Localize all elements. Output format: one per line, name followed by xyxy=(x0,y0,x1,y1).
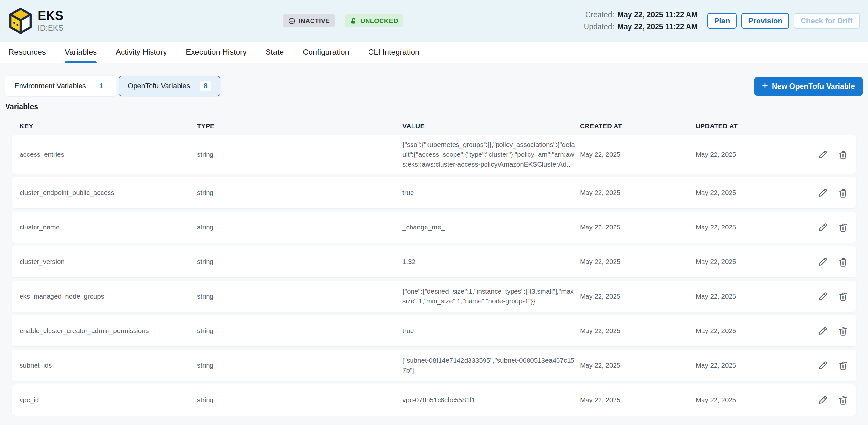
tab-variables[interactable]: Variables xyxy=(65,42,97,63)
cell-key: access_entries xyxy=(20,150,197,159)
delete-variable-button[interactable] xyxy=(837,394,848,405)
tab-execution-history[interactable]: Execution History xyxy=(186,42,247,63)
edit-variable-button[interactable] xyxy=(817,222,828,233)
delete-variable-button[interactable] xyxy=(837,187,848,198)
workspace-title: EKS xyxy=(38,9,64,23)
trash-icon xyxy=(837,394,848,405)
status-badges: INACTIVE UNLOCKED xyxy=(283,14,403,27)
status-badge-label: UNLOCKED xyxy=(360,17,398,25)
tab-state[interactable]: State xyxy=(266,42,284,63)
pencil-icon xyxy=(817,222,828,233)
row-actions xyxy=(800,222,848,233)
badge-divider xyxy=(340,16,340,26)
tab-activity-history[interactable]: Activity History xyxy=(116,42,167,63)
edit-variable-button[interactable] xyxy=(817,149,828,160)
variable-row-cluster-version: cluster_versionstring1.32May 22, 2025May… xyxy=(12,246,856,277)
edit-variable-button[interactable] xyxy=(817,360,828,371)
cell-type: string xyxy=(197,257,402,267)
cell-type: string xyxy=(197,326,402,336)
cell-created: May 22, 2025 xyxy=(580,292,695,301)
cell-value: 1.32 xyxy=(402,257,580,267)
updated-value: May 22, 2025 11:22 AM xyxy=(617,23,698,31)
cell-type: string xyxy=(197,292,402,301)
variables-table: KEYTYPEVALUECREATED ATUPDATED AT access_… xyxy=(12,123,856,416)
check-for-drift-button[interactable]: Check for Drift xyxy=(794,13,860,29)
subtab-opentofu-variables[interactable]: OpenTofu Variables8 xyxy=(119,75,220,96)
cell-value: {"one":{"desired_size":1,"instance_types… xyxy=(402,286,580,306)
tab-resources[interactable]: Resources xyxy=(8,42,46,63)
timestamps: Created: May 22, 2025 11:22 AM Updated: … xyxy=(584,10,698,31)
cell-type: string xyxy=(197,395,402,405)
cell-key: cluster_version xyxy=(20,257,197,267)
delete-variable-button[interactable] xyxy=(837,222,848,233)
plan-button[interactable]: Plan xyxy=(707,13,737,29)
cell-updated: May 22, 2025 xyxy=(695,150,800,159)
tab-cli-integration[interactable]: CLI Integration xyxy=(368,42,419,63)
row-actions xyxy=(800,291,848,302)
status-badge-inactive: INACTIVE xyxy=(283,14,335,27)
variables-toolbar: Environment Variables1OpenTofu Variables… xyxy=(5,75,863,96)
workspace-id: ID:EKS xyxy=(38,23,64,33)
cell-updated: May 22, 2025 xyxy=(695,395,800,405)
minus-circle-icon xyxy=(288,17,296,25)
edit-variable-button[interactable] xyxy=(817,394,828,405)
variable-row-access-entries: access_entriesstring{"sso":{"kubernetes_… xyxy=(12,135,856,174)
cell-created: May 22, 2025 xyxy=(580,188,695,198)
updated-label: Updated: xyxy=(584,23,614,31)
delete-variable-button[interactable] xyxy=(837,291,848,302)
cell-updated: May 22, 2025 xyxy=(695,257,800,267)
row-actions xyxy=(800,394,848,405)
new-opentofu-variable-button[interactable]: + New OpenTofu Variable xyxy=(754,77,863,96)
pencil-icon xyxy=(817,187,828,198)
cell-created: May 22, 2025 xyxy=(580,395,695,405)
pencil-icon xyxy=(817,325,828,336)
cell-value: vpc-078b51c6cbc5581f1 xyxy=(402,395,580,405)
subtab-count-badge: 8 xyxy=(200,81,211,91)
delete-variable-button[interactable] xyxy=(837,325,848,336)
delete-variable-button[interactable] xyxy=(837,256,848,267)
variable-row-vpc-id: vpc_idstringvpc-078b51c6cbc5581f1May 22,… xyxy=(12,384,856,416)
cell-key: cluster_endpoint_public_access xyxy=(20,188,197,198)
column-header-created-at: CREATED AT xyxy=(580,123,695,130)
cell-value: ["subnet-08f14e7142d333595","subnet-0680… xyxy=(402,356,580,375)
edit-variable-button[interactable] xyxy=(817,291,828,302)
edit-variable-button[interactable] xyxy=(817,325,828,336)
column-header-type: TYPE xyxy=(197,123,402,130)
status-badge-label: INACTIVE xyxy=(299,17,330,25)
column-header-updated-at: UPDATED AT xyxy=(695,123,800,130)
variable-type-subtabs: Environment Variables1OpenTofu Variables… xyxy=(5,75,220,96)
cell-key: cluster_name xyxy=(20,222,197,232)
cell-created: May 22, 2025 xyxy=(580,257,695,267)
header-actions: Plan Provision Check for Drift xyxy=(707,13,860,29)
cell-created: May 22, 2025 xyxy=(580,361,695,370)
row-actions xyxy=(800,325,848,336)
cell-key: enable_cluster_creator_admin_permissions xyxy=(20,326,197,336)
subtab-label: Environment Variables xyxy=(14,82,86,90)
pencil-icon xyxy=(817,360,828,371)
variable-row-subnet-ids: subnet_idsstring["subnet-08f14e7142d3335… xyxy=(12,350,856,381)
pencil-icon xyxy=(817,291,828,302)
workspace-header: EKS ID:EKS INACTIVE UNLOCKED Created: Ma… xyxy=(0,0,868,42)
trash-icon xyxy=(837,360,848,371)
column-header-key: KEY xyxy=(20,123,197,130)
tab-configuration[interactable]: Configuration xyxy=(303,42,349,63)
delete-variable-button[interactable] xyxy=(837,360,848,371)
subtab-environment-variables[interactable]: Environment Variables1 xyxy=(5,75,116,96)
table-header-row: KEYTYPEVALUECREATED ATUPDATED AT xyxy=(12,123,856,130)
pencil-icon xyxy=(817,256,828,267)
cell-value: {"sso":{"kubernetes_groups":[],"policy_a… xyxy=(402,140,580,169)
edit-variable-button[interactable] xyxy=(817,256,828,267)
cell-type: string xyxy=(197,361,402,370)
trash-icon xyxy=(837,325,848,336)
trash-icon xyxy=(837,149,848,160)
cell-key: eks_managed_node_groups xyxy=(20,292,197,301)
cell-key: subnet_ids xyxy=(20,361,197,370)
cell-created: May 22, 2025 xyxy=(580,326,695,336)
edit-variable-button[interactable] xyxy=(817,187,828,198)
variable-row-cluster-name: cluster_namestring_change_me_May 22, 202… xyxy=(12,212,856,243)
delete-variable-button[interactable] xyxy=(837,149,848,160)
workspace-tabs: ResourcesVariablesActivity HistoryExecut… xyxy=(0,42,868,63)
cell-value: true xyxy=(402,188,580,198)
provision-button[interactable]: Provision xyxy=(741,13,789,29)
cell-updated: May 22, 2025 xyxy=(695,326,800,336)
